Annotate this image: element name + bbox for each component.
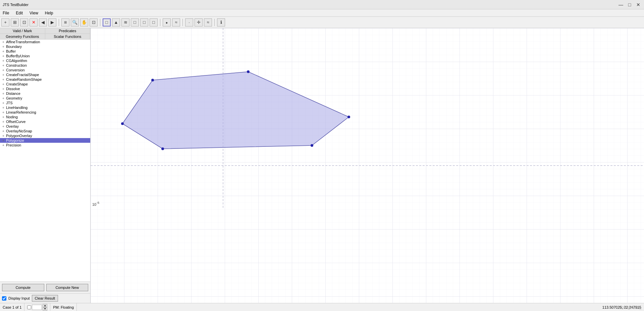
rect-button[interactable]: □ <box>103 18 111 26</box>
poly2-button[interactable]: □ <box>131 18 139 26</box>
func-item-linehandling[interactable]: +LineHandling <box>0 105 90 110</box>
step-down-button[interactable]: ▼ <box>43 307 47 311</box>
back-button[interactable]: ◀ <box>39 18 47 26</box>
forward-button[interactable]: ▶ <box>48 18 56 26</box>
clear-result-button[interactable]: Clear Result <box>32 295 58 302</box>
func-item-distance[interactable]: +Distance <box>0 91 90 96</box>
func-item-bufferbyunion[interactable]: +BufferByUnion <box>0 54 90 58</box>
add-button[interactable]: + <box>1 18 9 26</box>
case-label: Case 1 of 1 <box>3 305 21 309</box>
grid-button[interactable]: ⊞ <box>11 18 19 26</box>
func-item-linearreferencing[interactable]: +LinearReferencing <box>0 110 90 115</box>
separator-5 <box>214 19 215 26</box>
expand-icon: + <box>1 77 5 81</box>
pan-button[interactable]: ✋ <box>80 18 88 26</box>
func-item-createrandomshape[interactable]: +CreateRandomShape <box>0 77 90 82</box>
menu-edit[interactable]: Edit <box>14 10 24 16</box>
expand-icon: + <box>1 106 5 110</box>
dot2-button[interactable]: · <box>185 18 193 26</box>
expand-icon: + <box>1 124 5 128</box>
expand-icon: + <box>1 129 5 133</box>
header-geometry-functions[interactable]: Geometry Functions <box>0 34 45 39</box>
func-item-precision[interactable]: +Precision <box>0 143 90 147</box>
svg-text:10: 10 <box>92 202 96 206</box>
expand-icon: + <box>1 49 5 53</box>
func-item-cgalgorithm[interactable]: +CGAlgorithm <box>0 58 90 63</box>
vertex-0 <box>151 79 154 81</box>
expand-icon: + <box>1 115 5 119</box>
func-item-buffer[interactable]: +Buffer <box>0 49 90 54</box>
tab-valid-mark[interactable]: Valid / Mark <box>0 28 45 34</box>
info-button[interactable]: ℹ <box>217 18 225 26</box>
func-item-polygonoverlay[interactable]: +PolygonOverlay <box>0 133 90 138</box>
tab-predicates[interactable]: Predicates <box>45 28 91 34</box>
display-input-label: Display Input <box>8 296 30 300</box>
cross-button[interactable]: ✛ <box>195 18 203 26</box>
expand-icon: + <box>1 110 5 114</box>
separator-1 <box>59 19 59 26</box>
func-item-geometry[interactable]: +Geometry <box>0 96 90 101</box>
minimize-button[interactable]: — <box>618 2 624 8</box>
pm-section: PM: Floating <box>50 303 77 311</box>
func-item-affinetransformation[interactable]: +AffineTransformation <box>0 40 90 44</box>
expand-icon: + <box>1 68 5 72</box>
svg-text:-5: -5 <box>97 201 99 204</box>
expand-icon: + <box>1 40 5 44</box>
zoom-button[interactable]: 🔍 <box>71 18 79 26</box>
func-item-polygonize[interactable]: +Polygonize <box>0 138 90 143</box>
func-item-createfractalshape[interactable]: +CreateFractalShape <box>0 72 90 77</box>
func-item-noding[interactable]: +Noding <box>0 115 90 119</box>
stepper-buttons: ▲ ▼ <box>43 304 47 311</box>
function-list: +AffineTransformation+Boundary+Buffer+Bu… <box>0 40 90 282</box>
menu-file[interactable]: File <box>1 10 10 16</box>
copy-button[interactable]: ⊞ <box>61 18 69 26</box>
func-item-overlaynosnap[interactable]: +OverlayNoSnap <box>0 129 90 133</box>
delete-button[interactable]: ✕ <box>30 18 38 26</box>
step-checkbox[interactable] <box>27 305 31 309</box>
watermark: CSDN @Ferao_ <box>617 306 641 310</box>
func-item-jts[interactable]: +JTS <box>0 101 90 105</box>
case-section: Case 1 of 1 <box>0 303 24 311</box>
separator-3 <box>160 19 160 26</box>
dot-button[interactable]: □ <box>150 18 158 26</box>
compute-new-button[interactable]: Compute New <box>46 284 89 291</box>
step-stepper: 5 ▲ ▼ <box>27 304 47 311</box>
menu-help[interactable]: Help <box>44 10 55 16</box>
expand-icon: + <box>1 45 5 49</box>
canvas-area[interactable]: 10 -5 <box>91 28 644 303</box>
func-item-construction[interactable]: +Construction <box>0 63 90 68</box>
step-input[interactable]: 5 <box>32 305 42 310</box>
menu-view[interactable]: View <box>28 10 40 16</box>
separator-4 <box>182 19 183 26</box>
line-button[interactable]: ≋ <box>121 18 129 26</box>
expand-icon: + <box>1 59 5 63</box>
func-item-conversion[interactable]: +Conversion <box>0 68 90 72</box>
close-button[interactable]: ✕ <box>635 2 641 8</box>
expand-icon: + <box>1 134 5 138</box>
snap-button[interactable]: ≈ <box>172 18 180 26</box>
poly-button[interactable]: ▲ <box>112 18 120 26</box>
step-up-button[interactable]: ▲ <box>43 304 47 307</box>
compute-button[interactable]: Compute <box>2 284 44 291</box>
move-button[interactable]: ⬥ <box>163 18 171 26</box>
select2-button[interactable]: ⊡ <box>90 18 98 26</box>
toolbar: + ⊞ ⊡ ✕ ◀ ▶ ⊞ 🔍 ✋ ⊡ □ ▲ ≋ □ □ □ ⬥ ≈ · ✛ … <box>0 17 644 28</box>
box-button[interactable]: □ <box>140 18 148 26</box>
menubar: File Edit View Help <box>0 9 644 17</box>
header-scalar-functions[interactable]: Scalar Functions <box>45 34 91 39</box>
func-item-overlay[interactable]: +Overlay <box>0 124 90 129</box>
func-item-createshape[interactable]: +CreateShape <box>0 82 90 86</box>
display-input-checkbox[interactable] <box>2 296 6 301</box>
func-item-boundary[interactable]: +Boundary <box>0 44 90 49</box>
wave-button[interactable]: ≈ <box>204 18 212 26</box>
func-item-dissolve[interactable]: +Dissolve <box>0 86 90 91</box>
func-item-offsetcurve[interactable]: +OffsetCurve <box>0 119 90 124</box>
expand-icon: + <box>1 91 5 96</box>
compute-area: Compute Compute New <box>0 282 90 293</box>
expand-icon: + <box>1 96 5 100</box>
select-button[interactable]: ⊡ <box>20 18 28 26</box>
vertex-3 <box>311 144 313 147</box>
grid-svg: 10 -5 <box>91 28 644 303</box>
app-title: JTS TestBuilder <box>3 3 29 7</box>
maximize-button[interactable]: □ <box>627 2 633 8</box>
